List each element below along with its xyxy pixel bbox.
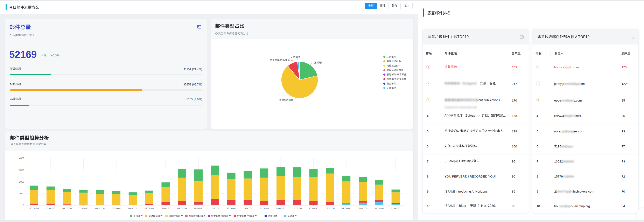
svg-text:10:00:00: 10:00:00 [194, 207, 203, 210]
svg-text:11:00:00: 11:00:00 [210, 207, 220, 210]
svg-text:15:00:00: 15:00:00 [276, 207, 285, 210]
svg-text:4000: 4000 [19, 157, 24, 160]
svg-text:04:00:00: 04:00:00 [95, 207, 104, 210]
svg-text:00:00:00: 00:00:00 [30, 207, 39, 210]
svg-text:22:00:00: 22:00:00 [391, 207, 400, 210]
svg-text:08:00:00: 08:00:00 [161, 207, 170, 210]
svg-text:16:00:00: 16:00:00 [292, 207, 302, 210]
svg-text:0: 0 [23, 204, 24, 206]
svg-text:13:00:00: 13:00:00 [243, 207, 252, 210]
svg-text:17:00:00: 17:00:00 [309, 207, 318, 210]
svg-text:05:00:00: 05:00:00 [112, 207, 121, 210]
svg-text:01:00:00: 01:00:00 [46, 207, 55, 210]
svg-text:21:00:00: 21:00:00 [374, 207, 384, 210]
svg-text:09:00:00: 09:00:00 [178, 207, 187, 210]
svg-text:1000: 1000 [19, 192, 24, 195]
svg-text:12:00:00: 12:00:00 [227, 207, 236, 210]
svg-text:20:00:00: 20:00:00 [358, 207, 368, 210]
svg-text:03:00:00: 03:00:00 [79, 207, 88, 210]
svg-text:07:00:00: 07:00:00 [144, 207, 154, 210]
svg-text:2000: 2000 [19, 180, 24, 183]
svg-text:14:00:00: 14:00:00 [260, 207, 269, 210]
svg-text:18:00:00: 18:00:00 [325, 207, 334, 210]
svg-text:02:00:00: 02:00:00 [62, 207, 72, 210]
svg-text:19:00:00: 19:00:00 [342, 207, 351, 210]
svg-text:06:00:00: 06:00:00 [128, 207, 137, 210]
svg-text:3000: 3000 [19, 169, 24, 171]
